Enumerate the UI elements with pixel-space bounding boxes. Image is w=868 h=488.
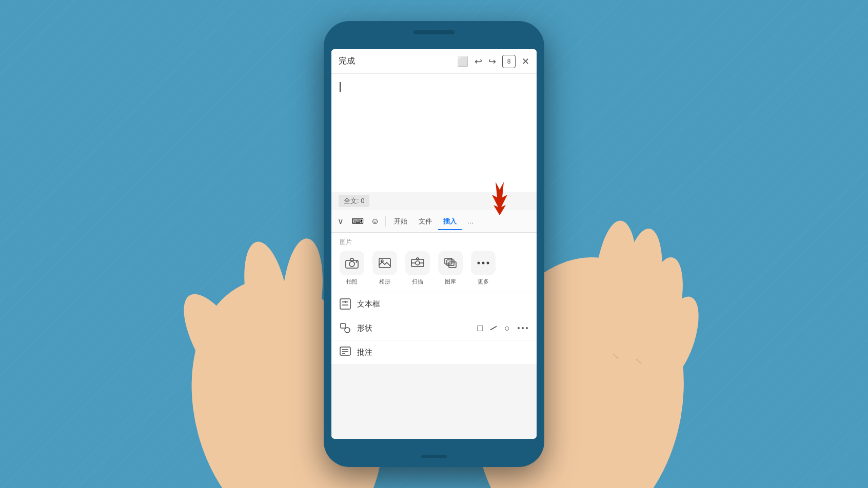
svg-point-28 bbox=[478, 262, 480, 265]
annotation-icon bbox=[340, 347, 351, 358]
svg-point-20 bbox=[381, 260, 383, 262]
emoji-icon[interactable]: ☺ bbox=[368, 215, 382, 228]
phone-screen: 完成 ⬜ ↩ ↪ 8 ✕ 全文: 0 ∨ ⌨ ☺ bbox=[331, 49, 537, 439]
library-label: 图库 bbox=[445, 278, 456, 286]
camera-icon bbox=[345, 257, 359, 269]
more-images-item[interactable]: 更多 bbox=[471, 251, 496, 286]
svg-point-39 bbox=[526, 327, 528, 329]
svg-point-18 bbox=[356, 261, 358, 263]
insert-panel: 图片 拍照 bbox=[331, 233, 537, 364]
svg-point-36 bbox=[345, 328, 350, 333]
square-shape[interactable]: □ bbox=[477, 323, 483, 334]
save-icon[interactable]: ⬜ bbox=[457, 56, 468, 67]
tab-wenjian[interactable]: 文件 bbox=[413, 214, 437, 229]
svg-point-37 bbox=[518, 327, 520, 329]
svg-rect-26 bbox=[449, 262, 456, 268]
annotation-row[interactable]: 批注 bbox=[331, 340, 537, 364]
more-images-icon-bg bbox=[471, 251, 496, 275]
undo-icon[interactable]: ↩ bbox=[475, 56, 482, 67]
svg-point-30 bbox=[487, 262, 489, 265]
scan-icon bbox=[411, 257, 424, 269]
shapes-label: 形状 bbox=[357, 323, 471, 333]
done-button[interactable]: 完成 bbox=[339, 56, 355, 67]
scan-label: 扫描 bbox=[412, 278, 423, 286]
phone-body: 完成 ⬜ ↩ ↪ 8 ✕ 全文: 0 ∨ ⌨ ☺ bbox=[324, 21, 544, 467]
phone-home-indicator bbox=[421, 455, 447, 458]
library-icon bbox=[444, 257, 457, 269]
shapes-row[interactable]: 形状 □ ○ bbox=[331, 316, 537, 340]
textbox-label: 文本框 bbox=[357, 299, 380, 309]
textbox-row[interactable]: 文本框 bbox=[331, 292, 537, 316]
badge-button[interactable]: 8 bbox=[502, 55, 516, 68]
svg-point-17 bbox=[349, 261, 354, 267]
tab-more[interactable]: … bbox=[463, 214, 478, 228]
text-cursor bbox=[340, 82, 341, 92]
more-images-label: 更多 bbox=[478, 278, 489, 286]
svg-point-38 bbox=[522, 327, 524, 329]
tab-separator bbox=[385, 216, 386, 227]
line-shape[interactable] bbox=[490, 326, 497, 331]
more-dots-icon bbox=[477, 260, 490, 266]
svg-rect-31 bbox=[340, 299, 350, 309]
textbox-icon bbox=[340, 298, 351, 310]
shapes-icon bbox=[340, 322, 351, 334]
svg-rect-25 bbox=[445, 258, 452, 264]
svg-point-22 bbox=[416, 261, 420, 265]
album-item[interactable]: 相册 bbox=[372, 251, 397, 286]
keyboard-icon[interactable]: ⌨ bbox=[349, 214, 367, 228]
images-section: 图片 拍照 bbox=[331, 233, 537, 292]
images-section-title: 图片 bbox=[331, 238, 537, 251]
annotation-label: 批注 bbox=[357, 348, 372, 357]
images-icon-grid: 拍照 相册 bbox=[331, 251, 537, 292]
shape-options: □ ○ bbox=[477, 323, 528, 334]
album-icon-bg bbox=[372, 251, 397, 275]
library-icon-bg bbox=[438, 251, 463, 275]
red-arrow bbox=[489, 179, 510, 215]
word-count-badge: 全文: 0 bbox=[339, 195, 369, 207]
camera-item[interactable]: 拍照 bbox=[340, 251, 364, 286]
scan-icon-bg bbox=[405, 251, 430, 275]
camera-icon-bg bbox=[340, 251, 364, 275]
shapes-more-dots[interactable] bbox=[517, 326, 528, 331]
svg-point-29 bbox=[482, 262, 485, 265]
svg-rect-27 bbox=[447, 260, 454, 266]
collapse-tab-icon[interactable]: ∨ bbox=[333, 214, 348, 228]
svg-rect-35 bbox=[341, 323, 345, 328]
tab-charu[interactable]: 插入 bbox=[438, 214, 462, 230]
album-label: 相册 bbox=[379, 278, 390, 286]
tab-kaishi[interactable]: 开始 bbox=[389, 214, 412, 229]
scan-item[interactable]: 扫描 bbox=[405, 251, 430, 286]
app-header: 完成 ⬜ ↩ ↪ 8 ✕ bbox=[331, 49, 537, 74]
redo-icon[interactable]: ↪ bbox=[488, 56, 496, 67]
album-icon bbox=[378, 257, 391, 269]
close-button[interactable]: ✕ bbox=[522, 56, 529, 67]
document-area[interactable] bbox=[331, 74, 537, 192]
camera-label: 拍照 bbox=[346, 278, 358, 286]
library-item[interactable]: 图库 bbox=[438, 251, 463, 286]
circle-shape[interactable]: ○ bbox=[504, 323, 510, 334]
phone-speaker bbox=[413, 30, 455, 34]
